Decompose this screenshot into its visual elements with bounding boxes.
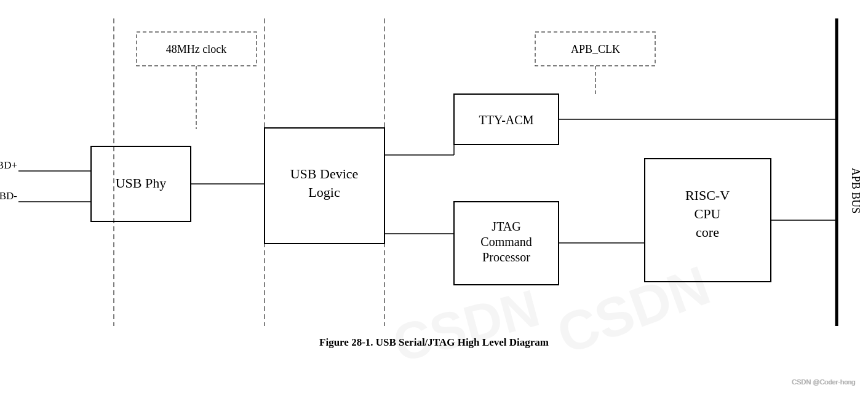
jtag-label-line3: Processor xyxy=(482,250,530,264)
apb-clk-label: APB_CLK xyxy=(571,43,620,55)
risc-v-label-line3: core xyxy=(696,224,719,240)
clock-48mhz-label: 48MHz clock xyxy=(166,43,226,55)
jtag-label-line2: Command xyxy=(480,235,532,248)
diagram-container: CSDN 48MHz clock APB_CLK APB BUS USB Phy… xyxy=(0,0,868,393)
usbd-minus-label: USBD- xyxy=(0,190,17,202)
figure-caption: Figure 28-1. USB Serial/JTAG High Level … xyxy=(0,336,868,349)
risc-v-label-line2: CPU xyxy=(695,206,721,221)
usbd-plus-label: USBD+ xyxy=(0,159,17,171)
watermark-text: CSDN @Coder-hong xyxy=(792,378,856,386)
block-diagram: CSDN 48MHz clock APB_CLK APB BUS USB Phy… xyxy=(0,0,868,393)
usb-device-logic-line2: Logic xyxy=(308,185,340,200)
watermark-bg: CSDN xyxy=(387,278,545,373)
usb-phy-label: USB Phy xyxy=(116,175,167,191)
watermark-large: CSDN xyxy=(549,254,718,365)
jtag-label-line1: JTAG xyxy=(492,220,520,233)
usb-device-logic-line1: USB Device xyxy=(290,166,359,181)
apb-bus-label: APB BUS xyxy=(850,168,862,214)
tty-acm-label: TTY-ACM xyxy=(479,113,534,127)
risc-v-label-line1: RISC-V xyxy=(685,188,730,203)
watermark-credit: CSDN @Coder-hong xyxy=(792,378,856,386)
caption-text: Figure 28-1. USB Serial/JTAG High Level … xyxy=(319,336,549,348)
